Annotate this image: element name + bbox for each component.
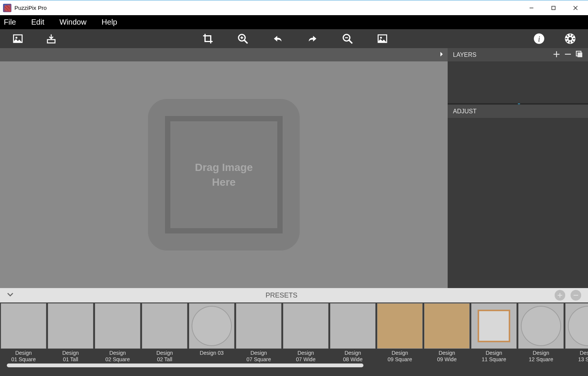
preset-label: Design 11 Square xyxy=(471,350,517,363)
preset-thumb[interactable] xyxy=(142,303,187,349)
layers-panel-body[interactable] xyxy=(448,61,588,105)
layers-panel-header: LAYERS xyxy=(448,48,588,61)
svg-line-10 xyxy=(349,40,352,44)
close-button[interactable] xyxy=(564,0,586,16)
info-button[interactable]: i xyxy=(533,32,546,45)
minimize-button[interactable] xyxy=(520,0,542,16)
zoom-out-button[interactable] xyxy=(341,32,354,45)
presets-scrollbar-thumb[interactable] xyxy=(7,363,363,367)
preset-thumb[interactable] xyxy=(471,303,517,349)
preset-thumb[interactable] xyxy=(283,303,329,349)
preset-thumb[interactable] xyxy=(95,303,140,349)
svg-rect-18 xyxy=(570,42,571,44)
save-button[interactable] xyxy=(45,32,58,45)
remove-layer-button[interactable] xyxy=(564,51,571,59)
preset-thumb[interactable] xyxy=(236,303,281,349)
presets-panel: PRESETS Design 01 SquareDesign 01 TallDe… xyxy=(0,288,588,376)
canvas-tabbar xyxy=(0,48,448,61)
preset-label: Design 09 Square xyxy=(377,350,423,363)
preset-label: Design 09 Wide xyxy=(424,350,470,363)
open-image-button[interactable] xyxy=(11,32,24,45)
preset-label: Design 02 Tall xyxy=(142,350,187,363)
adjust-panel-body xyxy=(448,118,588,288)
menu-help[interactable]: Help xyxy=(102,18,117,27)
menubar: File Edit Window Help xyxy=(0,15,588,29)
preset-thumb[interactable] xyxy=(1,303,46,349)
svg-rect-20 xyxy=(573,38,575,39)
preset-label: Design 12 Square xyxy=(518,350,564,363)
svg-point-16 xyxy=(569,37,572,41)
preset-thumb[interactable] xyxy=(189,303,234,349)
app-icon xyxy=(3,4,11,12)
settings-button[interactable] xyxy=(564,32,577,45)
preset-thumb[interactable] xyxy=(565,303,588,349)
main-area: Drag Image Here LAYERS ADJUST xyxy=(0,48,588,288)
preset-label: Design 07 Square xyxy=(236,350,281,363)
menu-window[interactable]: Window xyxy=(60,18,86,27)
dropzone-text-2: Here xyxy=(212,175,236,190)
svg-point-12 xyxy=(380,37,382,39)
expand-panel-button[interactable] xyxy=(439,51,445,59)
svg-point-4 xyxy=(16,37,17,39)
titlebar: PuzziPix Pro xyxy=(0,0,588,15)
svg-rect-25 xyxy=(578,52,582,57)
presets-header: PRESETS xyxy=(0,288,588,302)
preset-label: Design 08 Wide xyxy=(330,350,376,363)
collapse-presets-button[interactable] xyxy=(7,291,14,299)
preset-thumb[interactable] xyxy=(377,303,423,349)
dropzone-text-1: Drag Image xyxy=(195,160,253,175)
canvas-area: Drag Image Here xyxy=(0,48,448,288)
zoom-in-button[interactable] xyxy=(236,32,249,45)
redo-button[interactable] xyxy=(306,32,319,45)
svg-rect-17 xyxy=(570,34,571,36)
presets-title: PRESETS xyxy=(14,291,549,299)
maximize-button[interactable] xyxy=(542,0,564,16)
preset-thumb[interactable] xyxy=(518,303,564,349)
preset-label: Design 13 Squa xyxy=(565,350,588,363)
dropzone[interactable]: Drag Image Here xyxy=(148,99,300,251)
dropzone-frame: Drag Image Here xyxy=(165,116,283,233)
preset-thumb[interactable] xyxy=(330,303,376,349)
layers-title: LAYERS xyxy=(453,52,476,58)
toolbar: i xyxy=(0,29,588,48)
remove-preset-button[interactable] xyxy=(571,290,581,301)
presets-scrollbar[interactable] xyxy=(0,363,588,368)
svg-line-6 xyxy=(244,40,248,44)
preset-thumb[interactable] xyxy=(48,303,93,349)
add-layer-button[interactable] xyxy=(553,51,560,59)
fit-image-button[interactable] xyxy=(376,32,389,45)
preset-label: Design 01 Tall xyxy=(48,350,93,363)
preset-label: Design 07 Wide xyxy=(283,350,329,363)
canvas[interactable]: Drag Image Here xyxy=(0,61,448,288)
adjust-title: ADJUST xyxy=(453,108,476,115)
window-title: PuzziPix Pro xyxy=(14,5,47,11)
svg-text:i: i xyxy=(538,35,540,43)
presets-strip: Design 01 SquareDesign 01 TallDesign 02 … xyxy=(0,302,588,376)
right-panel: LAYERS ADJUST xyxy=(448,48,588,288)
undo-button[interactable] xyxy=(271,32,284,45)
menu-file[interactable]: File xyxy=(4,18,16,27)
add-preset-button[interactable] xyxy=(555,290,565,301)
preset-label: Design 01 Square xyxy=(1,350,46,363)
duplicate-layer-button[interactable] xyxy=(576,51,583,59)
panel-resize-handle[interactable] xyxy=(518,103,520,104)
adjust-panel-header: ADJUST xyxy=(448,105,588,118)
menu-edit[interactable]: Edit xyxy=(31,18,44,27)
preset-label: Design 03 xyxy=(189,350,234,363)
preset-label: Design 02 Square xyxy=(95,350,140,363)
preset-thumb[interactable] xyxy=(424,303,470,349)
crop-button[interactable] xyxy=(201,32,214,45)
svg-rect-19 xyxy=(566,38,568,39)
svg-rect-1 xyxy=(552,6,555,9)
